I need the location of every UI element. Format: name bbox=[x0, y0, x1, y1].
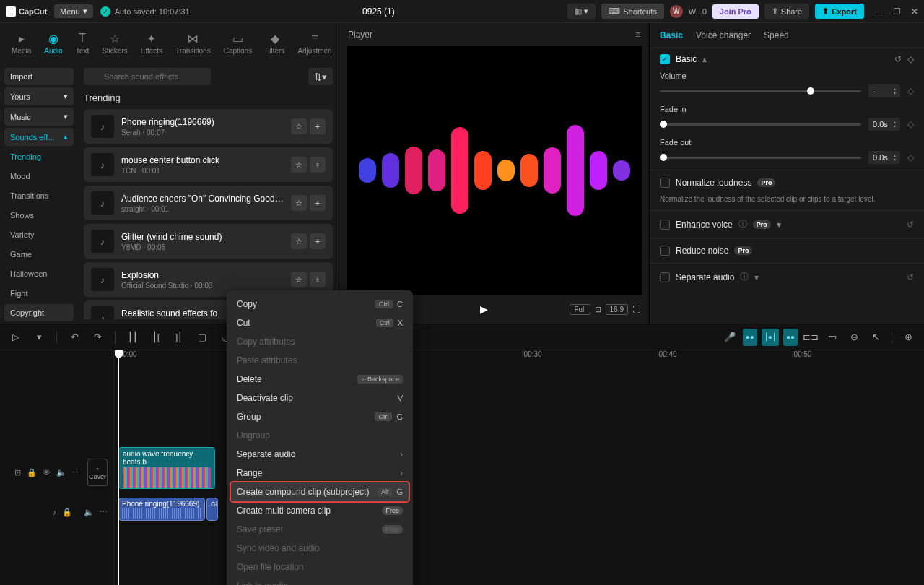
sidebar-item-shows[interactable]: Shows bbox=[4, 207, 74, 224]
add-button[interactable]: + bbox=[310, 157, 326, 173]
split-tool[interactable]: ⎮⎮ bbox=[124, 329, 141, 346]
cursor-icon[interactable]: ↖ bbox=[867, 329, 884, 346]
fade-out-slider[interactable] bbox=[660, 157, 861, 159]
player-menu-icon[interactable]: ≡ bbox=[635, 30, 640, 40]
context-menu-item[interactable]: GroupCtrlG bbox=[227, 407, 413, 426]
layout-button[interactable]: ▥ ▾ bbox=[567, 4, 596, 19]
audio-clip-2[interactable]: Gli bbox=[206, 498, 218, 521]
sound-item[interactable]: ♪ Audience cheers "Oh" Convincing Good 1… bbox=[84, 186, 333, 220]
sound-item[interactable]: ♪ Phone ringing(1196669) Serah · 00:07 ☆… bbox=[84, 109, 333, 144]
tab-voice-changer[interactable]: Voice changer bbox=[696, 30, 751, 40]
lock-icon[interactable]: 🔒 bbox=[62, 508, 72, 517]
tab-captions[interactable]: ▭Captions bbox=[218, 30, 258, 56]
zoom-icon[interactable]: ⊕ bbox=[899, 329, 917, 346]
sidebar-item-fight[interactable]: Fight bbox=[4, 285, 74, 302]
info-icon[interactable]: ⓘ bbox=[740, 271, 749, 283]
chevron-down-icon[interactable]: ▾ bbox=[777, 220, 781, 230]
search-input[interactable] bbox=[84, 68, 211, 85]
import-button[interactable]: Import bbox=[4, 68, 74, 85]
delete-tool[interactable]: ▢ bbox=[193, 329, 211, 346]
context-menu-item[interactable]: Range› bbox=[227, 464, 413, 482]
share-button[interactable]: ⇪ Share bbox=[764, 4, 809, 19]
video-track-header[interactable]: ⊡ 🔒 👁 🔈 ⋯ ▫ Cover bbox=[0, 447, 113, 498]
audio-clip[interactable]: Phone ringing(1196669) bbox=[118, 498, 205, 521]
add-button[interactable]: + bbox=[310, 233, 326, 249]
filter-button[interactable]: ⇅▾ bbox=[308, 68, 333, 85]
music-button[interactable]: Music▾ bbox=[4, 108, 74, 126]
mic-icon[interactable]: 🎤 bbox=[721, 329, 738, 346]
crop-icon[interactable]: ⊡ bbox=[595, 305, 601, 314]
favorite-button[interactable]: ☆ bbox=[291, 157, 307, 173]
fade-out-value[interactable]: 0.0s▴▾ bbox=[868, 151, 900, 164]
player-viewport[interactable] bbox=[346, 46, 642, 295]
lock-icon[interactable]: 🔒 bbox=[27, 468, 37, 477]
sound-item[interactable]: ♪ Glitter (wind chime sound) Y8MD · 00:0… bbox=[84, 224, 333, 259]
reduce-checkbox[interactable] bbox=[660, 246, 670, 256]
video-clip[interactable]: audio wave frequency beats b bbox=[118, 447, 215, 489]
fade-in-value[interactable]: 0.0s▴▾ bbox=[868, 118, 900, 131]
sidebar-item-game[interactable]: Game bbox=[4, 246, 74, 263]
sidebar-item-variety[interactable]: Variety bbox=[4, 226, 74, 243]
undo-button[interactable]: ↶ bbox=[66, 329, 83, 346]
keyframe-icon[interactable]: ◇ bbox=[907, 152, 914, 162]
chevron-up-icon[interactable]: ▴ bbox=[702, 54, 707, 64]
toggle-1[interactable]: ●● bbox=[743, 329, 757, 346]
add-button[interactable]: + bbox=[310, 118, 326, 134]
toggle-icon[interactable]: ⊡ bbox=[14, 468, 21, 477]
favorite-button[interactable]: ☆ bbox=[291, 195, 307, 211]
add-button[interactable]: + bbox=[310, 195, 326, 211]
eye-icon[interactable]: 👁 bbox=[43, 468, 51, 477]
trim-left-tool[interactable]: ⎮[ bbox=[147, 329, 165, 346]
track-icon[interactable]: ▭ bbox=[824, 329, 841, 346]
redo-button[interactable]: ↷ bbox=[89, 329, 106, 346]
join-pro-button[interactable]: Join Pro bbox=[712, 4, 759, 19]
tab-transitions[interactable]: ⋈Transitions bbox=[170, 30, 217, 56]
tab-text[interactable]: TText bbox=[70, 30, 95, 56]
yours-button[interactable]: Yours▾ bbox=[4, 87, 74, 105]
volume-slider[interactable] bbox=[660, 90, 861, 92]
tab-speed[interactable]: Speed bbox=[764, 30, 789, 40]
minimize-button[interactable]: — bbox=[874, 6, 883, 17]
volume-value[interactable]: -▴▾ bbox=[868, 84, 900, 98]
audio-icon[interactable]: ♪ bbox=[53, 508, 57, 517]
fullscreen-icon[interactable]: ⛶ bbox=[632, 305, 640, 313]
tab-effects[interactable]: ✦Effects bbox=[135, 30, 168, 56]
context-menu-item[interactable]: Create compound clip (subproject)AltG bbox=[231, 482, 409, 501]
more-icon[interactable]: ⋯ bbox=[72, 468, 80, 477]
favorite-button[interactable]: ☆ bbox=[291, 233, 307, 249]
sidebar-item-trending[interactable]: Trending bbox=[4, 148, 74, 165]
chevron-down-icon[interactable]: ▾ bbox=[754, 272, 759, 282]
sidebar-item-transitions[interactable]: Transitions bbox=[4, 187, 74, 204]
tab-basic[interactable]: Basic bbox=[660, 30, 683, 40]
menu-button[interactable]: Menu ▾ bbox=[54, 4, 93, 18]
maximize-button[interactable]: ☐ bbox=[893, 6, 901, 17]
audio-track-header[interactable]: ♪ 🔒 🔈 ⋯ bbox=[0, 498, 113, 526]
keyframe-icon[interactable]: ◇ bbox=[907, 54, 914, 64]
context-menu-item[interactable]: Deactivate clipV bbox=[227, 389, 413, 407]
toggle-2[interactable]: ⎮●⎮ bbox=[762, 329, 779, 346]
project-title[interactable]: 0925 (1) bbox=[197, 6, 561, 17]
tab-stickers[interactable]: ☆Stickers bbox=[96, 30, 134, 56]
keyframe-icon[interactable]: ◇ bbox=[907, 86, 914, 96]
copyright-button[interactable]: Copyright bbox=[4, 304, 74, 321]
reset-icon[interactable]: ↺ bbox=[907, 272, 914, 282]
context-menu-item[interactable]: Create multi-camera clipFree bbox=[227, 501, 413, 520]
tool-dropdown[interactable]: ▾ bbox=[30, 329, 48, 346]
reset-icon[interactable]: ↺ bbox=[894, 54, 902, 64]
tab-adjustment[interactable]: ≡Adjustmen bbox=[292, 30, 337, 56]
snap-icon[interactable]: ⊏⊐ bbox=[802, 329, 819, 346]
close-button[interactable]: ✕ bbox=[911, 6, 918, 17]
selection-tool[interactable]: ▷ bbox=[7, 329, 25, 346]
mute-icon[interactable]: 🔈 bbox=[56, 468, 66, 477]
cover-button[interactable]: ▫ Cover bbox=[87, 459, 108, 486]
mute-icon[interactable]: 🔈 bbox=[84, 508, 94, 517]
context-menu-item[interactable]: CutCtrlX bbox=[227, 313, 413, 332]
tab-media[interactable]: ▸Media bbox=[6, 30, 37, 56]
separate-checkbox[interactable] bbox=[660, 272, 670, 282]
info-icon[interactable]: ⓘ bbox=[738, 218, 747, 230]
play-button[interactable]: ▶ bbox=[480, 303, 488, 315]
more-icon[interactable]: ⋯ bbox=[100, 508, 108, 517]
add-button[interactable]: + bbox=[310, 272, 326, 287]
reset-icon[interactable]: ↺ bbox=[907, 220, 914, 230]
tab-filters[interactable]: ◆Filters bbox=[259, 30, 290, 56]
